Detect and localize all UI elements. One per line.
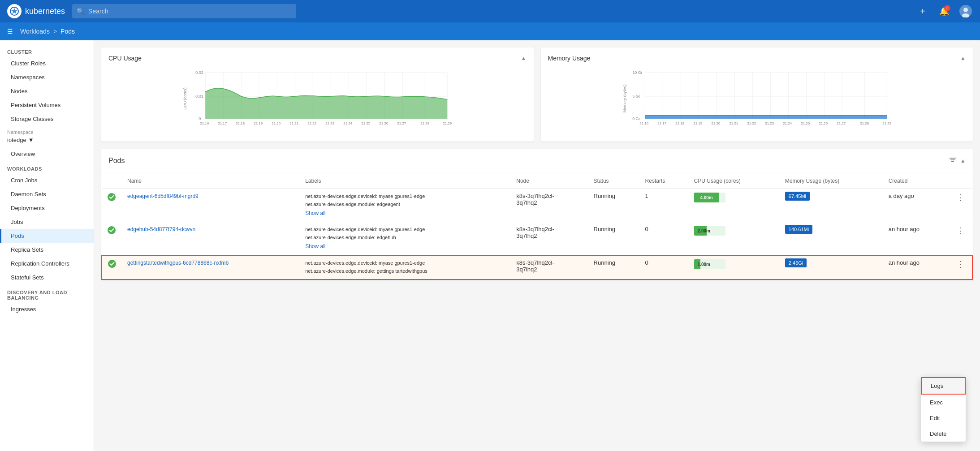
namespace-label: Namespace xyxy=(7,129,86,135)
col-cpu: CPU Usage (cores) xyxy=(689,173,780,189)
namespace-chevron: ▼ xyxy=(28,137,34,143)
svg-text:0.01: 0.01 xyxy=(195,94,203,99)
memory-chart-chevron[interactable]: ▲ xyxy=(960,55,966,61)
svg-text:Memory (bytes): Memory (bytes) xyxy=(622,85,627,113)
svg-text:21:16: 21:16 xyxy=(200,121,209,125)
pods-table: Name Labels Node Status Restarts CPU Usa… xyxy=(101,173,973,280)
sidebar-item-namespaces[interactable]: Namespaces xyxy=(0,70,94,84)
col-created: Created xyxy=(883,173,950,189)
pod-more-button[interactable]: ⋮ xyxy=(955,191,967,204)
svg-text:21:23: 21:23 xyxy=(765,121,774,125)
svg-text:CPU (cores): CPU (cores) xyxy=(183,87,187,110)
pod-node: k8s-3q7lhq2cl-3q7lhq2 xyxy=(511,189,588,222)
sidebar-item-ingresses[interactable]: Ingresses xyxy=(0,302,94,316)
sidebar-item-deployments[interactable]: Deployments xyxy=(0,201,94,215)
pod-more-button[interactable]: ⋮ xyxy=(955,224,967,237)
pod-memory: 2.46Gi xyxy=(780,255,883,279)
search-input[interactable] xyxy=(72,4,296,18)
sidebar-item-pods[interactable]: Pods xyxy=(0,229,94,243)
namespace-selector: Namespace iotedge ▼ xyxy=(0,126,94,147)
pod-status: Running xyxy=(588,222,640,256)
cpu-chart-chevron[interactable]: ▲ xyxy=(521,55,527,61)
notification-button[interactable]: 🔔 3 xyxy=(937,4,951,18)
svg-text:21:29: 21:29 xyxy=(443,121,452,125)
svg-text:21:20: 21:20 xyxy=(711,121,721,125)
pods-card: Pods ▲ Name xyxy=(101,149,973,280)
pod-status: Running xyxy=(588,189,640,222)
sidebar-item-replication-controllers[interactable]: Replication Controllers xyxy=(0,257,94,271)
main-content: CPU Usage ▲ 0.02 0.01 0 CPU (cores) xyxy=(94,40,980,451)
search-wrapper: 🔍 xyxy=(72,4,296,18)
pods-collapse-chevron[interactable]: ▲ xyxy=(960,158,966,164)
show-all-link[interactable]: Show all xyxy=(305,241,505,251)
pod-node: k8s-3q7lhq2cl-3q7lhq2 xyxy=(511,222,588,256)
pod-created: an hour ago xyxy=(883,222,950,256)
charts-row: CPU Usage ▲ 0.02 0.01 0 CPU (cores) xyxy=(101,47,973,142)
pod-label: net.azure-devices.edge.module: edgeagent xyxy=(305,201,505,209)
pods-table-header: Name Labels Node Status Restarts CPU Usa… xyxy=(102,173,972,189)
pod-name-link[interactable]: edgehub-54d877f794-dcwvn xyxy=(127,226,195,232)
pod-memory: 67.45Mi xyxy=(780,189,883,222)
svg-text:21:19: 21:19 xyxy=(693,121,703,125)
pod-cpu: 1.00m xyxy=(689,255,780,279)
svg-text:21:25: 21:25 xyxy=(801,121,810,125)
pod-status-icon xyxy=(108,259,117,268)
pod-status: Running xyxy=(588,255,640,279)
sidebar-item-stateful-sets[interactable]: Stateful Sets xyxy=(0,271,94,284)
pod-cpu: 2.00m xyxy=(689,222,780,256)
namespace-select[interactable]: iotedge ▼ xyxy=(7,137,86,143)
sidebar-item-persistent-volumes[interactable]: Persistent Volumes xyxy=(0,98,94,112)
sidebar-item-nodes[interactable]: Nodes xyxy=(0,84,94,98)
table-row: edgeagent-6d5df849bf-mgrd9 net.azure-dev… xyxy=(102,189,972,222)
svg-text:21:17: 21:17 xyxy=(657,121,667,125)
col-status: Status xyxy=(588,173,640,189)
kubernetes-icon xyxy=(7,4,22,18)
pod-status-icon xyxy=(107,193,117,202)
pod-name-link[interactable]: edgeagent-6d5df849bf-mgrd9 xyxy=(127,193,199,199)
app-logo: kubernetes xyxy=(7,4,65,18)
hamburger-menu[interactable]: ☰ xyxy=(7,28,13,35)
sidebar-item-cron-jobs[interactable]: Cron Jobs xyxy=(0,173,94,187)
svg-text:0.02: 0.02 xyxy=(195,70,203,75)
filter-icon[interactable] xyxy=(949,156,957,166)
context-menu-delete[interactable]: Delete xyxy=(921,426,966,442)
search-icon: 🔍 xyxy=(77,8,84,15)
col-node: Node xyxy=(511,173,588,189)
sidebar-item-cluster-roles[interactable]: Cluster Roles xyxy=(0,56,94,70)
sidebar-item-overview[interactable]: Overview xyxy=(0,147,94,161)
user-avatar[interactable] xyxy=(958,4,973,18)
col-name: Name xyxy=(122,173,300,189)
pod-more-button[interactable]: ⋮ xyxy=(955,258,967,271)
sidebar-item-replica-sets[interactable]: Replica Sets xyxy=(0,243,94,257)
svg-text:21:20: 21:20 xyxy=(272,121,281,125)
svg-text:5 Gi: 5 Gi xyxy=(632,94,640,99)
svg-text:21:24: 21:24 xyxy=(783,121,792,125)
main-layout: Cluster Cluster Roles Namespaces Nodes P… xyxy=(0,40,980,451)
memory-chart-svg: 10 Gi 5 Gi 0 Gi Memory (bytes) xyxy=(548,67,966,125)
add-button[interactable]: + xyxy=(915,4,930,18)
topbar: kubernetes 🔍 + 🔔 3 xyxy=(0,0,980,22)
sidebar-item-daemon-sets[interactable]: Daemon Sets xyxy=(0,187,94,201)
memory-chart-title: Memory Usage xyxy=(548,55,591,62)
memory-chart-area: 10 Gi 5 Gi 0 Gi Memory (bytes) xyxy=(548,67,966,134)
pod-node: k8s-3q7lhq2cl-3q7lhq2 xyxy=(511,255,588,279)
memory-chart-card: Memory Usage ▲ 10 Gi 5 Gi 0 Gi Memory (b… xyxy=(541,47,973,142)
pod-restarts: 0 xyxy=(640,222,689,256)
svg-text:21:23: 21:23 xyxy=(325,121,335,125)
pod-label: net.azure-devices.edge.deviceid: myase g… xyxy=(305,259,505,267)
svg-text:0: 0 xyxy=(199,116,201,121)
sidebar-item-storage-classes[interactable]: Storage Classes xyxy=(0,112,94,126)
context-menu-exec[interactable]: Exec xyxy=(921,395,966,410)
cpu-chart-area: 0.02 0.01 0 CPU (cores) xyxy=(108,67,527,134)
pod-name-link[interactable]: gettingstartedwithgpus-6cd778868c-nxfmb xyxy=(127,260,229,266)
svg-text:21:22: 21:22 xyxy=(307,121,317,125)
context-menu-edit[interactable]: Edit xyxy=(921,410,966,426)
col-restarts: Restarts xyxy=(640,173,689,189)
svg-text:21:16: 21:16 xyxy=(639,121,649,125)
show-all-link[interactable]: Show all xyxy=(305,208,505,218)
context-menu-logs[interactable]: Logs xyxy=(921,377,966,395)
svg-text:21:27: 21:27 xyxy=(397,121,406,125)
svg-text:21:21: 21:21 xyxy=(729,121,738,125)
sidebar-item-jobs[interactable]: Jobs xyxy=(0,215,94,229)
breadcrumb-workloads[interactable]: Workloads xyxy=(20,28,50,35)
